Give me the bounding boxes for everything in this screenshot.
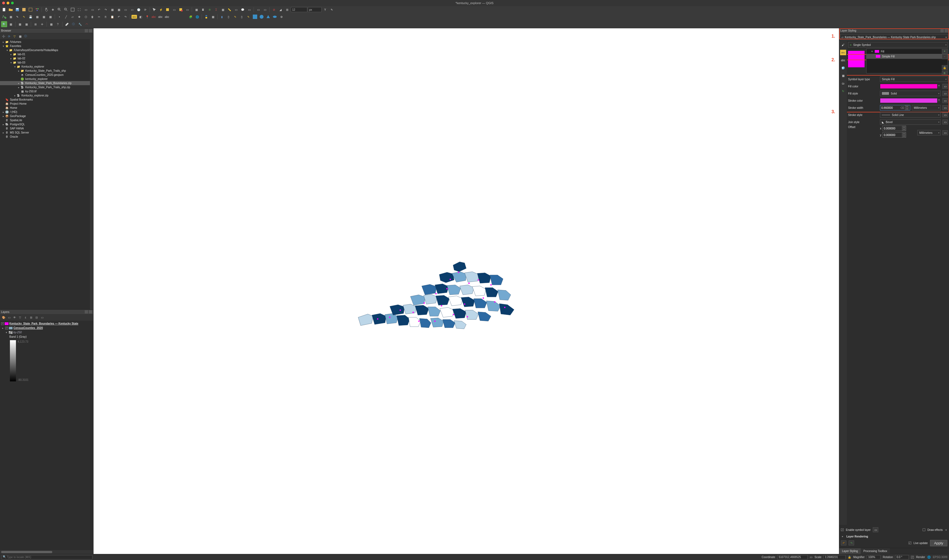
pin-labels-icon[interactable]: 📍 — [144, 14, 150, 20]
spin-down-icon[interactable]: ▾ — [905, 108, 909, 110]
mesh-2-icon[interactable]: ▦ — [23, 21, 29, 27]
browser-item[interactable]: ▸📁/Volumes — [0, 40, 90, 44]
layer-row[interactable]: ✓ Kentucky_State_Park_Boundaries — Kentu… — [1, 322, 92, 326]
expression-filter-icon[interactable]: ε — [24, 316, 28, 320]
statistics-icon[interactable]: Σ — [213, 6, 219, 12]
expand-icon[interactable]: ▾ — [9, 61, 13, 64]
select-icon[interactable] — [165, 6, 171, 12]
lock-symbol-button[interactable]: 🔓 — [942, 65, 947, 70]
browser-item[interactable]: ▾📁Kentucky_explorer — [0, 65, 90, 69]
browser-item[interactable]: ▸🗜Kentucky_State_Park_Trails_shp.zip — [0, 85, 90, 89]
move-feature-icon[interactable]: ✥ — [76, 14, 82, 20]
symbol-layer-type-selector[interactable]: Simple Fill▾ — [880, 76, 948, 82]
vertex-tool-icon[interactable]: ⬡ — [83, 14, 89, 20]
measure-icon[interactable]: 📏 — [226, 6, 233, 12]
expand-icon[interactable]: ▸ — [13, 94, 17, 97]
collapse-icon[interactable]: ▾ — [870, 50, 873, 53]
zoom-next-icon[interactable]: ↷ — [103, 6, 109, 12]
draw-effects-checkbox[interactable] — [923, 528, 925, 531]
help-button-icon[interactable]: ? — [55, 21, 61, 27]
digitize-point-icon[interactable]: • — [56, 14, 62, 20]
remove-symbol-layer-button[interactable]: － — [942, 54, 947, 59]
zoom-native-icon[interactable]: ▭ — [89, 6, 96, 12]
digitize-line-icon[interactable]: ╱ — [63, 14, 69, 20]
render-checkbox[interactable]: ✓ — [911, 556, 914, 558]
new-project-icon[interactable] — [1, 6, 7, 12]
no-action-icon[interactable]: ⊘ — [271, 6, 277, 12]
clear-icon[interactable]: ⌫ — [900, 106, 905, 109]
zoom-out-icon[interactable] — [63, 6, 69, 12]
annotation-icon[interactable]: ▭ — [246, 6, 252, 12]
pan-to-selection-icon[interactable]: ✥ — [50, 6, 56, 12]
expand-icon[interactable]: ▾ — [2, 45, 5, 48]
attribute-table-icon[interactable]: ▦ — [193, 6, 199, 12]
datadefined-button[interactable]: ▭ — [943, 112, 948, 117]
stroke-color-button[interactable]: ▾ — [880, 98, 941, 103]
open-project-icon[interactable] — [8, 6, 14, 12]
arc-icon[interactable]: ◠ — [83, 21, 89, 27]
zoom-full-icon[interactable] — [69, 6, 76, 12]
browser-item[interactable]: ▸📁Kentucky_State_Park_Trails_shp — [0, 69, 90, 73]
collapse-all-icon[interactable]: ⊟ — [35, 316, 39, 320]
expand-icon[interactable]: ▸ — [9, 53, 13, 56]
expand-icon[interactable]: ▸ — [17, 69, 20, 72]
rotation-field[interactable]: 0.0 ° — [895, 555, 909, 560]
browser-item[interactable]: ▸📁lab-01 — [0, 52, 90, 56]
snap-icon[interactable]: ⊞ — [284, 6, 290, 12]
expand-icon[interactable]: ▸ — [2, 41, 5, 43]
stroke-width-input[interactable]: ⌫ ▴▾ — [880, 105, 910, 111]
georef-icon[interactable]: ▦ — [48, 21, 54, 27]
browser-tree[interactable]: ▸📁/Volumes▾⭐Favorites▾📁/Users/boyd/Docum… — [0, 39, 93, 309]
processing-icon[interactable]: ✲ — [207, 6, 213, 12]
expand-icon[interactable]: ▸ — [9, 57, 13, 60]
expand-icon[interactable]: ▸ — [2, 111, 5, 114]
expand-icon[interactable]: ▸ — [1, 327, 5, 329]
browser-item[interactable]: ▾📁/Users/boyd/Documents/YodasMaps — [0, 48, 90, 52]
remove-layer-icon[interactable]: ▭ — [40, 316, 44, 320]
layer-styling-icon[interactable]: 🎨 — [2, 316, 6, 320]
panel-undock-icon[interactable] — [940, 29, 944, 32]
extents-icon[interactable]: ▭ — [810, 555, 812, 558]
layers-hscroll[interactable] — [0, 550, 93, 554]
browser-item[interactable]: 🏠Project Home — [0, 102, 90, 106]
browser-item[interactable]: ⬘CensusCounties_2020.geojson — [0, 73, 90, 77]
offset-x-input[interactable]: ▴▾ — [883, 126, 906, 131]
redo-style-button[interactable]: ↷ — [849, 540, 854, 545]
browser-item[interactable]: ▸📦GeoPackage — [0, 114, 90, 118]
settings-icon[interactable]: ⚙ — [278, 14, 284, 20]
symbology-tab-icon[interactable]: 🖌 — [840, 42, 846, 48]
tool-z-icon[interactable]: ✎ — [329, 6, 335, 12]
fill-style-selector[interactable]: Solid▾ — [880, 91, 941, 96]
3d-tab-icon[interactable]: 🧊 — [840, 65, 846, 71]
renderer-selector[interactable]: ≡ Single Symbol ▾ — [848, 42, 948, 48]
labels-tab-icon[interactable]: abc — [840, 50, 846, 55]
tool-y-icon[interactable]: Y — [322, 6, 328, 12]
expand-all-icon[interactable]: ⊞ — [29, 316, 33, 320]
new-bookmark-icon[interactable]: ▭ — [122, 6, 128, 12]
datadefined-button[interactable]: ▭ — [943, 84, 948, 89]
redo-icon[interactable]: ↷ — [122, 14, 128, 20]
layer-label-icon[interactable]: ▭ — [255, 6, 261, 12]
zoom-layer-icon[interactable]: ▭ — [83, 6, 89, 12]
field-calc-icon[interactable]: 🖩 — [200, 6, 206, 12]
expand-icon[interactable]: ▸ — [17, 86, 20, 89]
first-aid-icon[interactable]: 🩹 — [64, 21, 70, 27]
symbol-tree-fill[interactable]: ▾ Fill — [866, 49, 947, 54]
delete-icon[interactable]: 🗑 — [89, 14, 96, 20]
close-window-button[interactable] — [2, 2, 5, 5]
offset-unit-selector[interactable]: Millimeters▾ — [917, 130, 941, 135]
diagrams-tab-icon[interactable]: ▦ — [840, 73, 846, 78]
tile-2-icon[interactable] — [259, 14, 265, 20]
show-labels-icon[interactable]: abc — [151, 14, 157, 20]
browser-item[interactable]: 🟢kentucky_explorer — [0, 77, 90, 81]
crs-icon[interactable]: 🌐 — [927, 555, 930, 558]
identify-icon[interactable] — [151, 6, 157, 12]
paste-icon[interactable]: 📋 — [109, 14, 115, 20]
web-icon[interactable]: 🌐 — [194, 14, 200, 20]
tab-processing-toolbox[interactable]: Processing Toolbox — [861, 548, 890, 554]
add-symbol-layer-button[interactable]: ＋ — [942, 49, 947, 54]
crs-label[interactable]: EPSG:3089 — [933, 555, 947, 558]
tool-x3-icon[interactable]: ✎ — [245, 14, 252, 20]
panel-undock-icon[interactable] — [85, 310, 88, 314]
layer-list[interactable]: ✓ Kentucky_State_Park_Boundaries — Kentu… — [0, 321, 93, 550]
